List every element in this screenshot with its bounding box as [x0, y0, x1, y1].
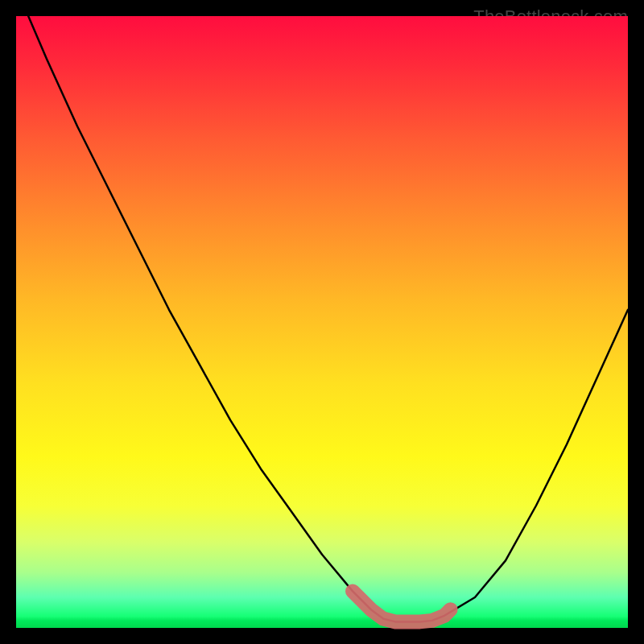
- plot-area: [16, 16, 628, 628]
- chart-svg: [16, 16, 628, 628]
- optimal-zone-overlay: [353, 591, 451, 621]
- chart-frame: TheBottleneck.com: [0, 0, 644, 644]
- bottleneck-curve: [28, 16, 628, 621]
